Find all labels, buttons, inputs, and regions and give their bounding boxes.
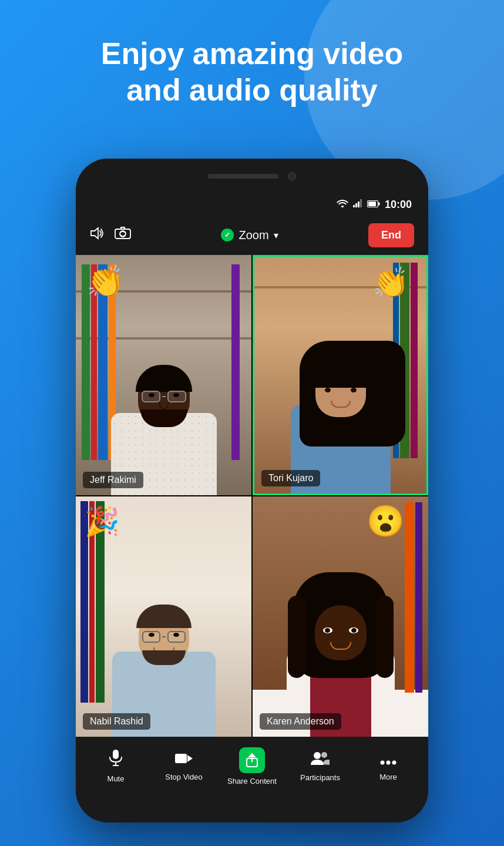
- nabil-emoji: 🎉: [85, 505, 120, 538]
- karen-name-badge: Karen Anderson: [260, 713, 341, 730]
- status-time: 10:00: [385, 199, 412, 211]
- nabil-bridge: [162, 636, 166, 637]
- jeff-hair: [136, 365, 192, 392]
- karen-hair-right: [376, 596, 394, 678]
- phone-camera: [288, 172, 296, 180]
- jeff-right-eye: [173, 393, 179, 397]
- karen-right-pupil: [351, 628, 357, 633]
- video-cell-karen: 😮 Karen Anderson: [253, 496, 428, 737]
- svg-point-19: [314, 752, 321, 759]
- svg-point-22: [387, 761, 391, 765]
- karen-smile: [330, 642, 351, 650]
- karen-right-eye-white: [349, 627, 358, 633]
- svg-rect-11: [113, 750, 119, 759]
- share-content-label: Share Content: [227, 777, 277, 785]
- svg-point-20: [321, 752, 327, 758]
- tori-right-eye: [351, 388, 357, 392]
- participants-icon: [310, 750, 330, 770]
- zoom-label: Zoom: [238, 229, 268, 242]
- svg-rect-3: [358, 202, 359, 207]
- svg-rect-2: [355, 203, 357, 207]
- end-button[interactable]: End: [368, 223, 414, 247]
- svg-rect-14: [175, 754, 187, 763]
- share-icon-container: [239, 747, 265, 773]
- tori-book-1: [411, 263, 418, 458]
- nabil-right-eye: [173, 633, 179, 637]
- jeff-name-badge: Jeff Rakimi: [83, 472, 143, 488]
- tile-jeff: 👏 Jeff Rakimi: [76, 255, 251, 495]
- jeff-nose: [159, 402, 169, 409]
- book-5: [231, 264, 240, 460]
- phone-speaker: [208, 174, 278, 179]
- svg-rect-4: [360, 199, 362, 207]
- nav-share-content[interactable]: Share Content: [218, 747, 286, 785]
- phone-notch: [76, 159, 428, 194]
- participants-label: Participants: [300, 773, 340, 782]
- karen-head: [315, 605, 367, 660]
- jeff-left-eye: [149, 393, 154, 397]
- nabil-left-eye: [149, 633, 154, 637]
- status-bar: 10:00: [76, 194, 428, 215]
- karen-book-1: [415, 502, 422, 693]
- video-grid: 👏 Jeff Rakimi: [76, 255, 428, 737]
- mic-icon: [108, 749, 123, 771]
- meeting-title[interactable]: ✓ Zoom ▾: [140, 229, 359, 242]
- tori-left-eye: [325, 388, 331, 392]
- meeting-toolbar: ✓ Zoom ▾ End: [76, 215, 428, 255]
- svg-rect-6: [368, 202, 376, 206]
- video-cell-nabil: 🎉 Nabil Rashid: [76, 496, 251, 737]
- nabil-name-badge: Nabil Rashid: [83, 713, 150, 730]
- tori-smile: [331, 401, 351, 408]
- hero-text: Enjoy amazing video and audio quality: [0, 35, 504, 109]
- person-tori: [282, 329, 399, 494]
- phone-frame: 10:00 ✓: [76, 159, 428, 822]
- more-label: More: [379, 773, 397, 781]
- svg-rect-7: [378, 203, 380, 206]
- video-cell-jeff: 👏 Jeff Rakimi: [76, 255, 251, 495]
- nabil-glasses: [142, 631, 186, 643]
- video-icon: [174, 751, 193, 769]
- nav-participants[interactable]: Participants: [286, 750, 354, 782]
- nav-more[interactable]: More: [354, 751, 422, 781]
- karen-left-pupil: [325, 628, 330, 633]
- video-cell-tori: 👏 Tori Kujaro: [253, 255, 428, 495]
- nav-mute[interactable]: Mute: [82, 749, 150, 783]
- tile-nabil: 🎉 Nabil Rashid: [76, 496, 251, 737]
- bottom-nav-bar: Mute Stop Video Share Content: [76, 737, 428, 801]
- karen-hair-left: [288, 596, 305, 678]
- svg-rect-1: [353, 205, 355, 207]
- nabil-head: [139, 609, 189, 663]
- battery-icon: [367, 199, 380, 210]
- tile-karen: 😮 Karen Anderson: [253, 496, 428, 737]
- flip-camera-icon[interactable]: [115, 227, 131, 243]
- more-icon: [380, 751, 397, 769]
- karen-book-2: [405, 502, 414, 693]
- speaker-icon[interactable]: [90, 227, 105, 243]
- nav-stop-video[interactable]: Stop Video: [150, 751, 218, 781]
- jeff-head: [138, 368, 190, 425]
- wifi-icon: [337, 199, 348, 210]
- jeff-emoji: 👏: [86, 264, 125, 300]
- tori-head: [315, 363, 366, 417]
- jeff-bridge: [162, 396, 166, 397]
- nabil-hair: [136, 605, 191, 628]
- signal-icon: [353, 199, 362, 210]
- karen-left-eye-white: [323, 627, 332, 633]
- svg-point-23: [392, 761, 397, 765]
- svg-marker-15: [187, 755, 193, 762]
- mute-label: Mute: [107, 774, 125, 783]
- svg-point-21: [381, 761, 385, 765]
- jeff-glasses: [142, 391, 186, 402]
- karen-emoji: 😮: [367, 503, 405, 539]
- zoom-shield-icon: ✓: [221, 229, 234, 241]
- tori-name-badge: Tori Kujaro: [261, 470, 320, 486]
- zoom-chevron-icon: ▾: [274, 230, 278, 241]
- tile-tori: 👏 Tori Kujaro: [254, 257, 426, 494]
- svg-marker-18: [248, 753, 256, 757]
- stop-video-label: Stop Video: [165, 773, 202, 781]
- tori-emoji: 👏: [372, 266, 409, 300]
- svg-marker-8: [91, 228, 98, 239]
